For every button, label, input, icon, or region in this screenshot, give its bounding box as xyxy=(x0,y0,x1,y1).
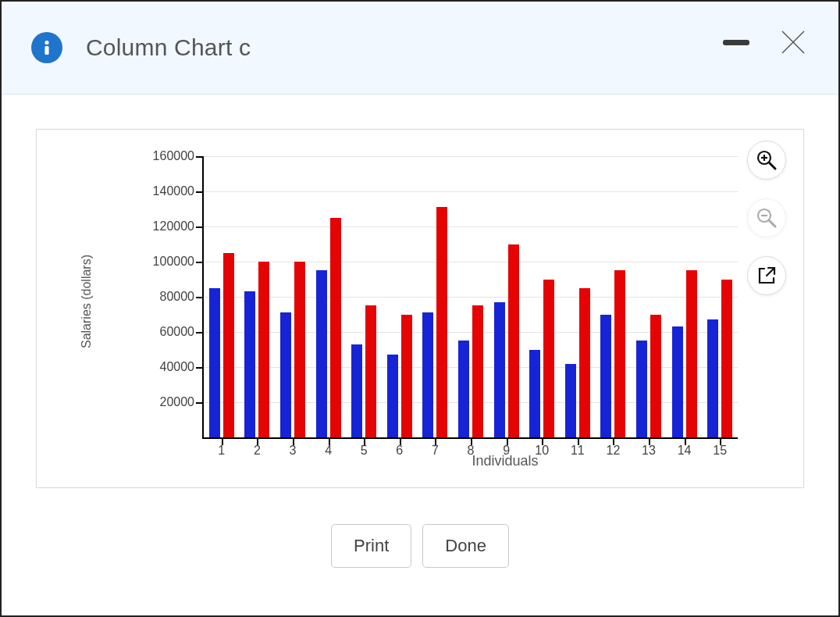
y-tick xyxy=(196,191,204,193)
x-tick-label: 12 xyxy=(606,444,620,458)
grid-line xyxy=(204,156,738,157)
svg-rect-1 xyxy=(44,46,48,55)
bar-series-b xyxy=(721,280,732,438)
dialog-window: Column Chart c Salaries (dollars) Indivi… xyxy=(0,0,840,617)
svg-line-11 xyxy=(767,268,774,276)
zoom-in-button[interactable] xyxy=(747,141,786,180)
chart-panel: Salaries (dollars) Individuals 200004000… xyxy=(36,129,804,488)
bar-series-b xyxy=(401,315,412,438)
svg-point-0 xyxy=(44,41,48,45)
bar-series-b xyxy=(686,270,697,437)
popout-button[interactable] xyxy=(747,256,786,295)
bar-series-b xyxy=(294,262,305,437)
y-tick xyxy=(196,297,204,298)
y-axis-label: Salaries (dollars) xyxy=(80,255,94,348)
bar-series-b xyxy=(543,280,554,438)
info-icon xyxy=(31,32,62,63)
bar-series-a xyxy=(458,341,469,437)
y-tick xyxy=(196,226,204,228)
bar-series-a xyxy=(636,341,647,437)
y-tick xyxy=(196,262,204,263)
x-tick-label: 11 xyxy=(571,444,585,458)
window-controls xyxy=(723,27,809,58)
window-title: Column Chart c xyxy=(86,34,251,61)
bar-series-a xyxy=(209,288,220,437)
x-tick-label: 13 xyxy=(642,444,656,458)
bar-series-a xyxy=(244,291,255,437)
x-tick-label: 6 xyxy=(396,444,403,458)
x-tick-label: 8 xyxy=(468,444,475,458)
y-tick-label: 40000 xyxy=(160,360,195,374)
x-tick-label: 15 xyxy=(713,444,727,458)
grid-line xyxy=(204,226,738,227)
bar-series-b xyxy=(436,207,447,437)
x-tick-label: 7 xyxy=(432,444,439,458)
bar-series-a xyxy=(387,355,398,437)
y-tick xyxy=(196,367,204,369)
zoom-out-icon xyxy=(756,207,778,229)
bar-series-a xyxy=(672,326,683,437)
bar-series-a xyxy=(565,364,576,438)
zoom-in-icon xyxy=(756,149,778,171)
x-tick-label: 1 xyxy=(218,444,225,458)
popout-icon xyxy=(756,266,777,286)
grid-line xyxy=(204,297,738,298)
y-tick-label: 80000 xyxy=(160,290,195,304)
close-icon[interactable] xyxy=(778,27,809,58)
y-tick-label: 20000 xyxy=(160,395,195,409)
bar-series-a xyxy=(600,315,611,438)
y-tick xyxy=(196,156,204,158)
bar-series-b xyxy=(258,262,269,437)
x-tick-label: 10 xyxy=(535,444,549,458)
x-tick-label: 3 xyxy=(290,444,297,458)
bar-series-b xyxy=(508,244,519,438)
bar-series-b xyxy=(223,253,234,437)
bar-series-b xyxy=(330,218,341,437)
bar-series-a xyxy=(707,319,718,437)
y-tick xyxy=(196,332,204,333)
bar-series-b xyxy=(650,315,661,438)
grid-line xyxy=(204,262,738,262)
done-button[interactable]: Done xyxy=(422,524,509,568)
y-tick-label: 120000 xyxy=(153,219,194,234)
y-tick xyxy=(196,402,204,404)
x-tick-label: 4 xyxy=(325,444,332,458)
y-tick-label: 100000 xyxy=(153,255,194,269)
y-tick-label: 140000 xyxy=(153,184,194,198)
chart-area: 2000040000600008000010000012000014000016… xyxy=(138,156,739,464)
bar-series-a xyxy=(529,350,540,438)
x-tick-label: 9 xyxy=(503,444,510,458)
content-area: Salaries (dollars) Individuals 200004000… xyxy=(2,95,838,568)
bar-series-b xyxy=(579,288,590,437)
svg-line-5 xyxy=(769,162,775,169)
minimize-icon[interactable] xyxy=(723,40,749,45)
y-tick-label: 160000 xyxy=(153,149,194,163)
bar-series-a xyxy=(280,312,291,437)
print-button[interactable]: Print xyxy=(331,524,411,568)
plot-area: 2000040000600008000010000012000014000016… xyxy=(202,156,738,439)
bar-series-b xyxy=(365,305,376,437)
chart-toolbar xyxy=(747,141,786,295)
zoom-out-button[interactable] xyxy=(747,198,786,237)
x-tick-label: 5 xyxy=(361,444,368,458)
bar-series-b xyxy=(472,305,483,437)
x-tick-label: 2 xyxy=(254,444,261,458)
y-tick-label: 60000 xyxy=(160,325,195,339)
title-bar: Column Chart c xyxy=(2,2,838,95)
svg-line-9 xyxy=(769,220,775,226)
grid-line xyxy=(204,191,738,192)
dialog-buttons: Print Done xyxy=(36,524,804,568)
bar-series-b xyxy=(614,270,625,437)
bar-series-a xyxy=(494,302,505,437)
bar-series-a xyxy=(422,312,433,437)
bar-series-a xyxy=(316,270,327,437)
bar-series-a xyxy=(351,344,362,437)
x-tick-label: 14 xyxy=(678,444,692,458)
